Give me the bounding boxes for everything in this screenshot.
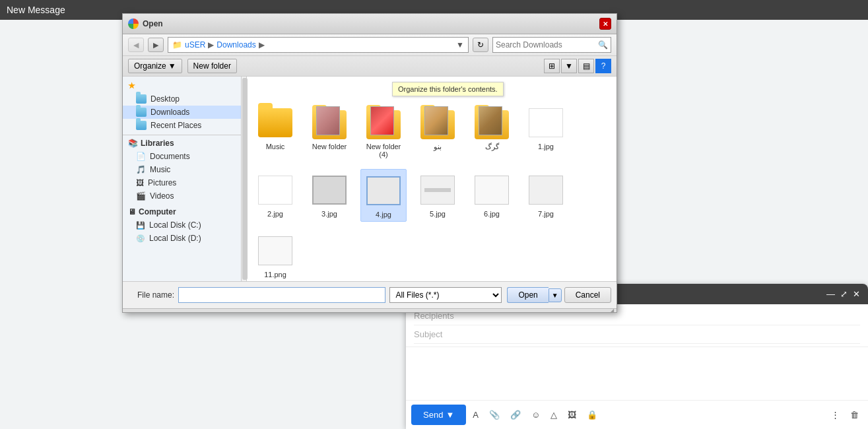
new-folder-button[interactable]: New folder [187,59,237,73]
libraries-section: 📚 Libraries 📄 Documents 🎵 Music 🖼 Pictur… [123,137,241,203]
list-item[interactable]: گرگ [469,102,515,161]
send-dropdown-icon[interactable]: ▼ [446,410,454,420]
sidebar-item-music[interactable]: 🎵 Music [123,163,241,176]
compose-body[interactable] [406,347,868,400]
file-open-dialog: Open ✕ ◀ ▶ 📁 uSER ▶ Downloads ▶ ▼ ↻ 🔍 [122,13,617,313]
view-preview[interactable]: ▤ [578,59,594,73]
link-btn[interactable]: 🔗 [506,407,525,422]
file-thumbnail-1jpg [526,104,566,141]
subject-field: Subject [414,325,860,344]
sidebar-label-drive-d: Local Disk (D:) [149,234,201,243]
compose-toolbar: Send ▼ A 📎 🔗 ☺ △ 🖼 🔒 ⋮ 🗑 [406,400,868,429]
send-button[interactable]: Send ▼ [411,405,466,425]
font-color-btn[interactable]: A [469,407,483,422]
dialog-close-button[interactable]: ✕ [599,18,611,30]
list-item[interactable]: Music [252,102,298,161]
cancel-button[interactable]: Cancel [564,287,611,303]
sidebar-item-videos[interactable]: 🎬 Videos [123,189,241,203]
photo-btn[interactable]: 🖼 [564,407,580,422]
close-compose-icon[interactable]: ✕ [853,289,860,299]
desktop-folder-icon [136,94,147,104]
img-11png [258,236,292,265]
expand-icon[interactable]: ⤢ [840,289,848,299]
search-bar: 🔍 [492,37,611,53]
sidebar-label-drive-c: Local Disk (C:) [149,220,201,230]
computer-header: 🖥 Computer [123,205,241,218]
file-thumbnail-newfolder4 [364,104,403,141]
list-item[interactable]: 2.jpg [252,169,298,222]
vid-icon: 🎬 [136,191,146,201]
open-dropdown-button[interactable]: ▼ [549,288,562,302]
view-large-icons[interactable]: ⊞ [544,59,560,73]
sidebar-item-documents[interactable]: 📄 Documents [123,150,241,163]
file-thumbnail-4jpg [364,172,403,209]
view-help[interactable]: ? [595,59,611,73]
emoji-btn[interactable]: ☺ [527,407,544,422]
dialog-title-group: Open [128,18,163,29]
sidebar-item-recent[interactable]: Recent Places [123,119,241,132]
refresh-button[interactable]: ↻ [473,38,488,52]
search-input[interactable] [496,40,595,50]
filetype-select[interactable]: All Files (*.*) [389,287,502,303]
list-item[interactable]: New folder [306,102,352,161]
folder-preview-portrait [316,106,340,135]
filename-input[interactable] [178,287,385,303]
file-name-2jpg: 2.jpg [267,210,283,218]
recent-folder-icon [136,121,147,130]
sidebar-label-pictures: Pictures [148,178,176,187]
open-button-group: Open ▼ [507,287,561,303]
music-folder-icon [258,108,292,137]
dialog-titlebar: Open ✕ [123,14,617,34]
file-name-7jpg: 7.jpg [538,210,554,218]
path-folder[interactable]: Downloads [217,40,255,50]
view-dropdown[interactable]: ▼ [561,59,577,73]
attach-btn[interactable]: 📎 [485,407,504,422]
library-icon: 📚 [128,139,138,148]
sidebar-item-drive-c[interactable]: 💾 Local Disk (C:) [123,218,241,232]
dialog-grip: ◢ [123,308,617,312]
computer-label: Computer [139,207,176,216]
list-item[interactable]: 7.jpg [523,169,569,222]
file-thumbnail-music [255,104,295,141]
sidebar-item-downloads[interactable]: Downloads [123,106,241,119]
forward-button[interactable]: ▶ [148,38,164,52]
sidebar-item-pictures[interactable]: 🖼 Pictures [123,176,241,189]
app-title: New Message [7,5,65,15]
drive-btn[interactable]: △ [547,407,561,422]
img-7jpg [529,176,563,205]
favorites-header: ★ [123,79,241,92]
lock-btn[interactable]: 🔒 [583,407,601,422]
sidebar-item-desktop[interactable]: Desktop [123,92,241,106]
path-root[interactable]: uSER [185,40,205,50]
list-item[interactable]: 11.png [252,230,298,281]
resize-grip-icon: ◢ [610,308,614,314]
sidebar-label-downloads: Downloads [150,108,189,117]
list-item[interactable]: 6.jpg [469,169,515,222]
organize-button[interactable]: Organize ▼ [128,59,182,73]
list-item[interactable]: 5.jpg [415,169,461,222]
minimize-icon[interactable]: — [826,289,835,299]
back-button[interactable]: ◀ [128,38,144,52]
path-dropdown[interactable]: ▼ [456,40,464,50]
music-icon: 🎵 [136,165,146,174]
sidebar-label-desktop: Desktop [150,94,180,104]
drive-c-icon: 💾 [136,221,145,230]
sidebar-scrollbar[interactable] [242,77,247,281]
file-thumbnail-7jpg [526,172,566,209]
delete-btn[interactable]: 🗑 [846,407,863,422]
list-item[interactable]: 4.jpg [360,169,407,222]
file-name-4jpg: 4.jpg [376,211,391,218]
list-item[interactable]: 3.jpg [306,169,352,222]
img-3jpg [312,176,347,205]
chrome-icon [128,18,139,29]
list-item[interactable]: بنو [415,102,461,161]
sidebar-nav: ★ Desktop Downloads Recent Places [123,77,242,281]
list-item[interactable]: New folder (4) [360,102,407,161]
list-item[interactable]: 1.jpg [523,102,569,161]
dialog-body: ★ Desktop Downloads Recent Places [123,77,617,281]
open-button[interactable]: Open [507,287,548,303]
more-options-btn[interactable]: ⋮ [827,407,844,422]
libraries-label: Libraries [141,139,174,148]
organize-dropdown-icon: ▼ [168,61,176,71]
sidebar-item-drive-d[interactable]: 💿 Local Disk (D:) [123,232,241,245]
